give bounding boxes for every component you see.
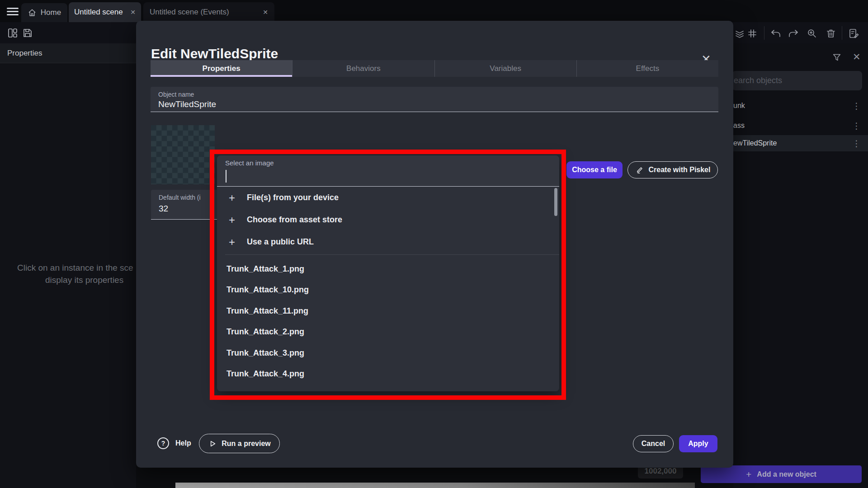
trash-icon[interactable]	[826, 28, 836, 39]
toolbar-divider	[764, 26, 764, 40]
object-name: unk	[733, 102, 745, 110]
field-value: 32	[159, 204, 168, 214]
file-option[interactable]: Trunk_Attack_2.png	[226, 327, 304, 337]
properties-panel: Properties Click on an instance in the s…	[0, 43, 136, 488]
instance-hint-line1: Click on an instance in the sce	[17, 263, 133, 273]
menu-item-label: Use a public URL	[247, 237, 314, 247]
object-list-item-selected[interactable]: ewTiledSprite ⋮	[733, 135, 868, 151]
dropdown-scrollbar[interactable]	[554, 188, 557, 216]
button-label: Apply	[688, 440, 708, 448]
save-icon[interactable]	[22, 28, 33, 38]
zoom-in-icon[interactable]	[807, 28, 817, 39]
tab-untitled-scene[interactable]: Untitled scene ✕	[69, 2, 141, 22]
object-list-item[interactable]: unk ⋮	[733, 96, 868, 116]
events-sheet-icon[interactable]	[848, 28, 860, 39]
plus-icon: +	[229, 215, 235, 225]
select-image-field[interactable]: Select an image	[217, 155, 559, 187]
close-panel-icon[interactable]: ✕	[853, 52, 861, 62]
dialog-title: Edit NewTiledSprite	[151, 46, 278, 61]
hamburger-menu-icon[interactable]	[7, 6, 19, 17]
filter-icon[interactable]	[832, 52, 842, 62]
tab-label: Untitled scene	[74, 8, 123, 17]
file-option[interactable]: Trunk_Attack_10.png	[226, 285, 309, 295]
text-cursor	[226, 170, 226, 183]
plus-icon: +	[746, 469, 751, 480]
button-label: Create with Piskel	[649, 166, 711, 174]
image-name-input[interactable]	[225, 168, 543, 184]
file-option[interactable]: Trunk_Attack_3.png	[226, 348, 304, 358]
kebab-menu-icon[interactable]: ⋮	[852, 102, 861, 110]
menu-item-use-public-url[interactable]: + Use a public URL	[217, 231, 559, 253]
help-icon: ?	[157, 437, 169, 449]
run-a-preview-button[interactable]: Run a preview	[199, 434, 280, 453]
search-objects-input[interactable]	[732, 71, 862, 90]
select-image-dropdown: Select an image + File(s) from your devi…	[217, 155, 559, 391]
tab-label: Home	[41, 8, 61, 17]
object-name-field[interactable]: Object name NewTiledSprite	[151, 87, 718, 112]
panels-layout-icon[interactable]	[7, 28, 18, 38]
file-option[interactable]: Trunk_Attack_11.png	[226, 306, 308, 316]
close-tab-icon[interactable]: ✕	[263, 9, 268, 16]
tab-behaviors[interactable]: Behaviors	[292, 60, 434, 77]
grid-icon[interactable]	[747, 28, 758, 39]
field-label: Object name	[158, 91, 194, 98]
tab-home[interactable]: Home	[21, 3, 67, 22]
pencil-icon	[635, 165, 644, 174]
object-list-item[interactable]: ass ⋮	[733, 116, 868, 136]
file-option[interactable]: Trunk_Attack_4.png	[226, 369, 304, 379]
gdevelop-app: Home Untitled scene ✕ Untitled scene (Ev…	[0, 0, 868, 488]
field-value: NewTiledSprite	[158, 99, 216, 109]
field-label: Default width (i	[159, 194, 201, 201]
menu-divider	[225, 254, 559, 255]
help-button[interactable]: ? Help	[157, 437, 191, 449]
kebab-menu-icon[interactable]: ⋮	[852, 139, 861, 148]
cancel-button[interactable]: Cancel	[633, 435, 674, 452]
button-label: Cancel	[642, 440, 665, 448]
toolbar-divider	[842, 26, 842, 40]
button-label: Choose a file	[572, 166, 617, 174]
apply-button[interactable]: Apply	[679, 435, 717, 452]
object-name: ewTiledSprite	[733, 139, 777, 147]
tab-properties[interactable]: Properties	[151, 60, 292, 77]
kebab-menu-icon[interactable]: ⋮	[852, 122, 861, 130]
tab-label: Untitled scene (Events)	[150, 8, 229, 17]
create-with-piskel-button[interactable]: Create with Piskel	[627, 161, 718, 178]
redo-icon[interactable]	[788, 28, 799, 39]
menu-item-files-from-device[interactable]: + File(s) from your device	[217, 187, 559, 209]
choose-a-file-button[interactable]: Choose a file	[566, 161, 623, 178]
field-label: Select an image	[225, 159, 274, 167]
menu-item-label: File(s) from your device	[247, 193, 339, 202]
button-label: Run a preview	[222, 440, 270, 448]
scene-canvas-edge	[175, 483, 695, 488]
tab-effects[interactable]: Effects	[576, 60, 718, 77]
home-icon	[28, 8, 37, 17]
instance-hint-line2: display its properties	[45, 275, 123, 285]
object-name: ass	[733, 122, 745, 130]
play-icon	[208, 439, 217, 448]
add-object-label: Add a new object	[757, 470, 816, 479]
properties-panel-header: Properties	[0, 43, 136, 63]
add-new-object-button[interactable]: + Add a new object	[701, 465, 862, 483]
plus-icon: +	[229, 192, 235, 203]
tab-untitled-scene-events[interactable]: Untitled scene (Events) ✕	[143, 2, 274, 22]
help-label: Help	[175, 439, 191, 447]
plus-icon: +	[229, 237, 235, 248]
tab-variables[interactable]: Variables	[434, 60, 576, 77]
file-option[interactable]: Trunk_Attack_1.png	[226, 264, 304, 274]
undo-icon[interactable]	[770, 28, 782, 39]
image-options-list: + File(s) from your device + Choose from…	[217, 187, 559, 391]
panel-title: Properties	[7, 49, 42, 58]
menu-item-label: Choose from asset store	[247, 215, 342, 225]
menu-item-choose-from-asset-store[interactable]: + Choose from asset store	[217, 209, 559, 231]
close-tab-icon[interactable]: ✕	[130, 9, 136, 16]
dialog-tabs: Properties Behaviors Variables Effects	[151, 60, 718, 77]
layers-icon[interactable]	[734, 28, 745, 39]
top-tab-bar: Home Untitled scene ✕ Untitled scene (Ev…	[0, 0, 868, 22]
image-preview-placeholder	[151, 125, 215, 184]
